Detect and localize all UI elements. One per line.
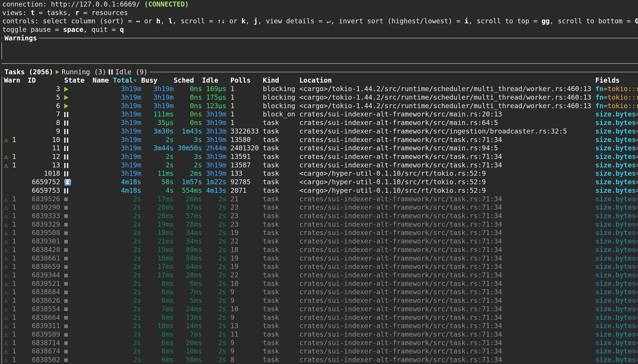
- field-key: size.bytes: [595, 296, 636, 304]
- field-key: fn: [595, 102, 604, 110]
- text-segment: controls: select column (sort) = ↔ or: [2, 17, 156, 25]
- task-row[interactable]: 66597534m18s4s554ms4m13s2071task<cargo>/…: [3, 186, 638, 195]
- column-header-warn[interactable]: Warn: [3, 76, 28, 84]
- cell-fields: size.bytes=: [595, 330, 638, 339]
- cell-name: [92, 136, 113, 144]
- column-header-id[interactable]: ID: [28, 76, 60, 84]
- cell-sched: 64ms: [174, 262, 202, 271]
- duration-value: 64ms: [186, 262, 202, 270]
- pause-icon: [64, 188, 68, 194]
- cell-kind: task: [263, 195, 300, 203]
- column-header-fields[interactable]: Fields: [595, 76, 638, 84]
- column-header-busy[interactable]: Busy: [141, 76, 174, 84]
- cell-kind: task: [263, 339, 300, 347]
- task-row[interactable]: ⚠ 168387142s6ms20ms2s9taskcrates/sui-ind…: [3, 339, 638, 347]
- task-row[interactable]: ⚠ 1103h19m2s3s3h19m13580taskcrates/sui-i…: [3, 136, 638, 144]
- column-header-total-sorted[interactable]: Total▿: [113, 76, 141, 84]
- column-header-total-label: Total: [113, 76, 133, 84]
- task-row[interactable]: ⚠ 168395212s8ms6ms2s10taskcrates/sui-ind…: [3, 280, 638, 288]
- task-row[interactable]: ⚠ 168386642s6ms13ms2s9taskcrates/sui-ind…: [3, 313, 638, 322]
- cell-sched: 2ms: [174, 169, 202, 178]
- duration-value: 11ms: [157, 170, 174, 177]
- task-row[interactable]: ⚠ 168385022s6ms50ms2s8taskcrates/sui-ind…: [3, 356, 638, 364]
- task-row[interactable]: ⚠ 1133h19m2s2s3h19m13587taskcrates/sui-i…: [3, 161, 638, 170]
- completed-icon: [64, 206, 68, 210]
- cell-task-id: 3: [28, 84, 60, 93]
- task-row[interactable]: ⚠ 168393112s10ms14ms2s13taskcrates/sui-i…: [3, 322, 638, 330]
- column-header-sched[interactable]: Sched: [174, 76, 202, 84]
- duration-value: 2s: [133, 322, 141, 330]
- column-header-location[interactable]: Location: [299, 76, 595, 84]
- task-row[interactable]: ⚠ 168393332s20ms57ms2s23taskcrates/sui-i…: [3, 212, 638, 220]
- duration-value: 2s: [133, 237, 141, 245]
- duration-value: 4m13s: [206, 186, 226, 194]
- cell-total: 2s: [113, 237, 141, 246]
- cell-idle: 2s: [202, 356, 226, 364]
- duration-value: 28ms: [186, 271, 202, 279]
- task-row[interactable]: ⚠ 168386612s16ms50ms2s19taskcrates/sui-i…: [3, 254, 638, 262]
- cell-total: 2s: [113, 280, 141, 288]
- task-row[interactable]: ⚠ 1123h19m2s3s3h19m13591taskcrates/sui-i…: [3, 152, 638, 161]
- text-segment: = resources: [79, 9, 128, 16]
- task-row[interactable]: ⚠ 168384282s19ms89ms2s18taskcrates/sui-i…: [3, 246, 638, 254]
- task-row[interactable]: ⚠ 168392902s20ms37ms2s23taskcrates/sui-i…: [3, 203, 638, 212]
- task-row[interactable]: 73h19m111ms0ns3h19m1block_oncrates/sui-i…: [3, 110, 638, 118]
- task-row[interactable]: ⚠ 168395092s8ms7ms2s11taskcrates/sui-ind…: [3, 330, 638, 339]
- text-segment: views:: [2, 9, 30, 16]
- task-row[interactable]: 63h19m3h19m0ns123µs1blocking<cargo>/toki…: [3, 102, 638, 110]
- task-row[interactable]: 93h19m3m30s1m43s3h13m3322633taskcrates/s…: [3, 127, 638, 136]
- terminal[interactable]: { "colors": { "background": "#292929", "…: [0, 0, 638, 364]
- task-row[interactable]: ⚠ 168386262s6ms5ms2s9taskcrates/sui-inde…: [3, 296, 638, 305]
- task-row[interactable]: 33h19m3h19m0ns169µs1blocking<cargo>/toki…: [3, 84, 638, 93]
- task-row[interactable]: 66597524m18s58s1m57s1m22s92785task<cargo…: [3, 178, 638, 186]
- duration-value: 2s: [218, 314, 226, 321]
- cell-kind: task: [263, 186, 300, 195]
- column-header-polls[interactable]: Polls: [226, 76, 263, 84]
- column-header-state[interactable]: State: [60, 76, 92, 84]
- task-row[interactable]: 10183h19m11ms2ms3h19m133task<cargo>/hype…: [3, 169, 638, 178]
- duration-value: 20ms: [157, 203, 174, 211]
- cell-warn: ⚠ 1: [3, 296, 28, 305]
- task-row[interactable]: 113h19m3m44s30m50s2h44m2401320taskcrates…: [3, 144, 638, 152]
- column-header-name[interactable]: Name: [92, 76, 113, 84]
- column-header-idle[interactable]: Idle: [202, 76, 226, 84]
- cell-fields: size.bytes=: [595, 339, 638, 347]
- cell-fields: size.bytes=: [595, 288, 638, 296]
- task-row[interactable]: 83h19m35µs0ns3h19m1taskcrates/sui-indexe…: [3, 118, 638, 127]
- cell-polls: 1: [226, 93, 263, 102]
- task-row[interactable]: ⚠ 168393442s17ms28ms2s22taskcrates/sui-i…: [3, 271, 638, 280]
- task-row[interactable]: ⚠ 168395082s18ms34ms2s19taskcrates/sui-i…: [3, 228, 638, 237]
- task-row[interactable]: 53h19m3h19m0ns175µs1blocking<cargo>/toki…: [3, 93, 638, 102]
- cell-fields: size.bytes=: [595, 313, 638, 322]
- field-key: size.bytes: [595, 178, 636, 186]
- task-row[interactable]: ⚠ 168386592s17ms64ms2s19taskcrates/sui-i…: [3, 262, 638, 271]
- task-row[interactable]: ⚠ 168385542s7ms24ms2s10taskcrates/sui-in…: [3, 305, 638, 313]
- field-key: size.bytes: [595, 161, 636, 169]
- cell-task-id: 8: [28, 118, 60, 127]
- field-equals: =: [636, 136, 638, 144]
- duration-value: 18ms: [157, 229, 174, 236]
- cell-warn: ⚠ 1: [3, 330, 28, 339]
- completed-icon: [64, 290, 68, 294]
- task-row[interactable]: ⚠ 168393012s21ms34ms2s22taskcrates/sui-i…: [3, 237, 638, 246]
- cell-warn: [3, 102, 28, 110]
- duration-value: 2s: [133, 296, 141, 304]
- duration-value: 2s: [133, 330, 141, 338]
- column-header-kind[interactable]: Kind: [263, 76, 300, 84]
- pause-icon: [64, 129, 68, 134]
- task-row[interactable]: ⚠ 168386842s6ms7ms2s9taskcrates/sui-inde…: [3, 288, 638, 296]
- cell-location: crates/sui-indexer-alt-framework/src/tas…: [299, 305, 595, 313]
- completed-icon: [64, 240, 68, 244]
- cell-polls: 11: [226, 330, 263, 339]
- task-row[interactable]: ⚠ 168386742s8ms10ms2s9taskcrates/sui-ind…: [3, 347, 638, 356]
- cell-polls: 13580: [226, 136, 263, 144]
- task-row[interactable]: ⚠ 168395262s17ms26ms2s21taskcrates/sui-i…: [3, 195, 638, 203]
- cell-sched: 78ms: [174, 220, 202, 229]
- warning-icon: ⚠: [4, 229, 8, 236]
- task-row[interactable]: ⚠ 168393292s19ms78ms2s23taskcrates/sui-i…: [3, 220, 638, 229]
- cell-sched: 0ns: [174, 118, 202, 127]
- cell-state: [60, 127, 92, 136]
- text-segment: h: [156, 17, 160, 25]
- cell-busy: 19ms: [141, 246, 174, 254]
- text-segment: toggle pause =: [2, 26, 63, 34]
